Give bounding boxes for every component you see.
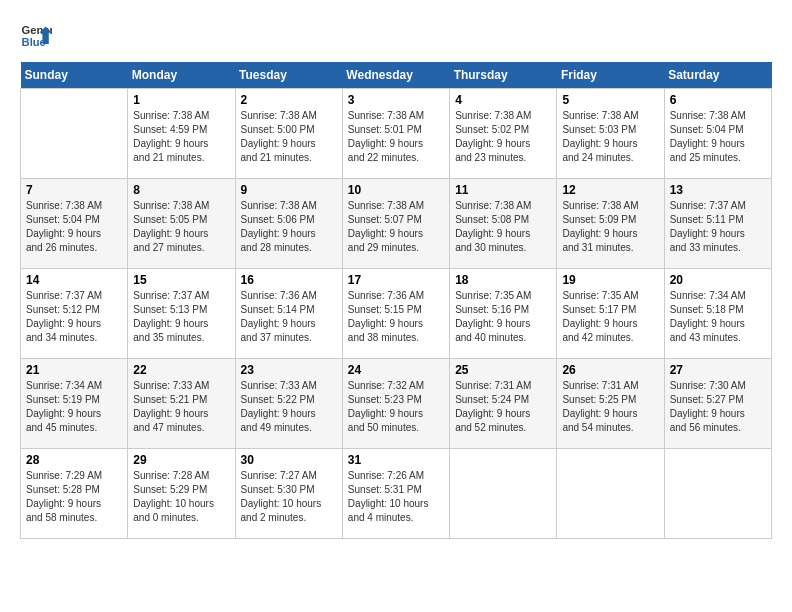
day-info: Sunrise: 7:38 AMSunset: 5:09 PMDaylight:…	[562, 199, 658, 255]
day-info: Sunrise: 7:38 AMSunset: 5:03 PMDaylight:…	[562, 109, 658, 165]
day-number: 16	[241, 273, 337, 287]
day-info: Sunrise: 7:38 AMSunset: 5:02 PMDaylight:…	[455, 109, 551, 165]
day-number: 2	[241, 93, 337, 107]
calendar-cell	[450, 449, 557, 539]
calendar-cell: 2Sunrise: 7:38 AMSunset: 5:00 PMDaylight…	[235, 89, 342, 179]
calendar-cell: 29Sunrise: 7:28 AMSunset: 5:29 PMDayligh…	[128, 449, 235, 539]
day-number: 8	[133, 183, 229, 197]
day-number: 1	[133, 93, 229, 107]
calendar-cell: 15Sunrise: 7:37 AMSunset: 5:13 PMDayligh…	[128, 269, 235, 359]
calendar-cell: 7Sunrise: 7:38 AMSunset: 5:04 PMDaylight…	[21, 179, 128, 269]
day-info: Sunrise: 7:29 AMSunset: 5:28 PMDaylight:…	[26, 469, 122, 525]
day-number: 19	[562, 273, 658, 287]
calendar-cell: 8Sunrise: 7:38 AMSunset: 5:05 PMDaylight…	[128, 179, 235, 269]
day-info: Sunrise: 7:38 AMSunset: 5:04 PMDaylight:…	[26, 199, 122, 255]
svg-text:Blue: Blue	[22, 36, 46, 48]
day-info: Sunrise: 7:26 AMSunset: 5:31 PMDaylight:…	[348, 469, 444, 525]
calendar-cell: 11Sunrise: 7:38 AMSunset: 5:08 PMDayligh…	[450, 179, 557, 269]
day-info: Sunrise: 7:31 AMSunset: 5:25 PMDaylight:…	[562, 379, 658, 435]
day-info: Sunrise: 7:36 AMSunset: 5:15 PMDaylight:…	[348, 289, 444, 345]
day-info: Sunrise: 7:33 AMSunset: 5:21 PMDaylight:…	[133, 379, 229, 435]
day-number: 15	[133, 273, 229, 287]
logo-icon: General Blue	[20, 20, 52, 52]
calendar-cell: 24Sunrise: 7:32 AMSunset: 5:23 PMDayligh…	[342, 359, 449, 449]
day-number: 9	[241, 183, 337, 197]
day-info: Sunrise: 7:38 AMSunset: 5:01 PMDaylight:…	[348, 109, 444, 165]
calendar-cell: 17Sunrise: 7:36 AMSunset: 5:15 PMDayligh…	[342, 269, 449, 359]
calendar-cell: 27Sunrise: 7:30 AMSunset: 5:27 PMDayligh…	[664, 359, 771, 449]
calendar-cell: 9Sunrise: 7:38 AMSunset: 5:06 PMDaylight…	[235, 179, 342, 269]
calendar-cell: 31Sunrise: 7:26 AMSunset: 5:31 PMDayligh…	[342, 449, 449, 539]
day-info: Sunrise: 7:38 AMSunset: 5:04 PMDaylight:…	[670, 109, 766, 165]
calendar-cell	[21, 89, 128, 179]
day-of-week-saturday: Saturday	[664, 62, 771, 89]
calendar-cell: 20Sunrise: 7:34 AMSunset: 5:18 PMDayligh…	[664, 269, 771, 359]
calendar-cell: 28Sunrise: 7:29 AMSunset: 5:28 PMDayligh…	[21, 449, 128, 539]
calendar-cell: 14Sunrise: 7:37 AMSunset: 5:12 PMDayligh…	[21, 269, 128, 359]
calendar-cell: 18Sunrise: 7:35 AMSunset: 5:16 PMDayligh…	[450, 269, 557, 359]
day-info: Sunrise: 7:31 AMSunset: 5:24 PMDaylight:…	[455, 379, 551, 435]
day-info: Sunrise: 7:33 AMSunset: 5:22 PMDaylight:…	[241, 379, 337, 435]
page-header: General Blue	[20, 20, 772, 52]
day-number: 27	[670, 363, 766, 377]
day-info: Sunrise: 7:38 AMSunset: 5:00 PMDaylight:…	[241, 109, 337, 165]
day-info: Sunrise: 7:38 AMSunset: 5:05 PMDaylight:…	[133, 199, 229, 255]
day-number: 28	[26, 453, 122, 467]
calendar-cell	[664, 449, 771, 539]
day-info: Sunrise: 7:27 AMSunset: 5:30 PMDaylight:…	[241, 469, 337, 525]
day-number: 29	[133, 453, 229, 467]
day-number: 18	[455, 273, 551, 287]
day-of-week-monday: Monday	[128, 62, 235, 89]
day-info: Sunrise: 7:34 AMSunset: 5:19 PMDaylight:…	[26, 379, 122, 435]
day-of-week-tuesday: Tuesday	[235, 62, 342, 89]
day-info: Sunrise: 7:30 AMSunset: 5:27 PMDaylight:…	[670, 379, 766, 435]
day-number: 17	[348, 273, 444, 287]
calendar-cell: 22Sunrise: 7:33 AMSunset: 5:21 PMDayligh…	[128, 359, 235, 449]
day-of-week-sunday: Sunday	[21, 62, 128, 89]
calendar-cell: 21Sunrise: 7:34 AMSunset: 5:19 PMDayligh…	[21, 359, 128, 449]
day-info: Sunrise: 7:35 AMSunset: 5:17 PMDaylight:…	[562, 289, 658, 345]
day-number: 10	[348, 183, 444, 197]
day-info: Sunrise: 7:38 AMSunset: 4:59 PMDaylight:…	[133, 109, 229, 165]
calendar-cell: 25Sunrise: 7:31 AMSunset: 5:24 PMDayligh…	[450, 359, 557, 449]
calendar-cell: 4Sunrise: 7:38 AMSunset: 5:02 PMDaylight…	[450, 89, 557, 179]
day-info: Sunrise: 7:37 AMSunset: 5:13 PMDaylight:…	[133, 289, 229, 345]
day-number: 21	[26, 363, 122, 377]
day-number: 25	[455, 363, 551, 377]
logo: General Blue	[20, 20, 52, 52]
calendar-cell: 5Sunrise: 7:38 AMSunset: 5:03 PMDaylight…	[557, 89, 664, 179]
day-number: 14	[26, 273, 122, 287]
calendar-cell: 16Sunrise: 7:36 AMSunset: 5:14 PMDayligh…	[235, 269, 342, 359]
day-info: Sunrise: 7:35 AMSunset: 5:16 PMDaylight:…	[455, 289, 551, 345]
day-info: Sunrise: 7:34 AMSunset: 5:18 PMDaylight:…	[670, 289, 766, 345]
day-info: Sunrise: 7:32 AMSunset: 5:23 PMDaylight:…	[348, 379, 444, 435]
day-number: 30	[241, 453, 337, 467]
day-info: Sunrise: 7:38 AMSunset: 5:06 PMDaylight:…	[241, 199, 337, 255]
calendar-cell: 1Sunrise: 7:38 AMSunset: 4:59 PMDaylight…	[128, 89, 235, 179]
day-of-week-thursday: Thursday	[450, 62, 557, 89]
calendar-cell: 13Sunrise: 7:37 AMSunset: 5:11 PMDayligh…	[664, 179, 771, 269]
day-number: 13	[670, 183, 766, 197]
day-number: 4	[455, 93, 551, 107]
day-number: 22	[133, 363, 229, 377]
day-info: Sunrise: 7:37 AMSunset: 5:12 PMDaylight:…	[26, 289, 122, 345]
calendar-cell: 10Sunrise: 7:38 AMSunset: 5:07 PMDayligh…	[342, 179, 449, 269]
day-number: 3	[348, 93, 444, 107]
calendar-cell: 23Sunrise: 7:33 AMSunset: 5:22 PMDayligh…	[235, 359, 342, 449]
day-number: 7	[26, 183, 122, 197]
calendar-cell: 19Sunrise: 7:35 AMSunset: 5:17 PMDayligh…	[557, 269, 664, 359]
day-number: 31	[348, 453, 444, 467]
day-number: 12	[562, 183, 658, 197]
calendar-cell: 26Sunrise: 7:31 AMSunset: 5:25 PMDayligh…	[557, 359, 664, 449]
calendar-cell: 30Sunrise: 7:27 AMSunset: 5:30 PMDayligh…	[235, 449, 342, 539]
day-info: Sunrise: 7:36 AMSunset: 5:14 PMDaylight:…	[241, 289, 337, 345]
day-of-week-wednesday: Wednesday	[342, 62, 449, 89]
day-number: 23	[241, 363, 337, 377]
day-of-week-friday: Friday	[557, 62, 664, 89]
day-number: 26	[562, 363, 658, 377]
day-info: Sunrise: 7:37 AMSunset: 5:11 PMDaylight:…	[670, 199, 766, 255]
calendar-table: SundayMondayTuesdayWednesdayThursdayFrid…	[20, 62, 772, 539]
day-number: 20	[670, 273, 766, 287]
day-info: Sunrise: 7:38 AMSunset: 5:07 PMDaylight:…	[348, 199, 444, 255]
calendar-cell: 3Sunrise: 7:38 AMSunset: 5:01 PMDaylight…	[342, 89, 449, 179]
